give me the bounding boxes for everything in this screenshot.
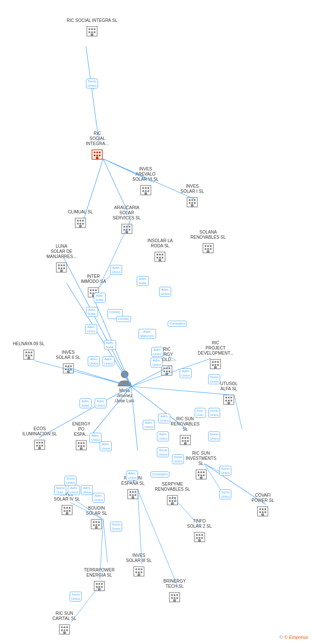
svg-rect-87	[162, 257, 163, 258]
badge-socio-unico-energy2[interactable]: SocioÚnic.	[54, 485, 66, 495]
svg-rect-156	[39, 442, 40, 444]
svg-rect-207	[66, 510, 68, 512]
svg-rect-249	[98, 588, 101, 591]
svg-rect-264	[66, 629, 68, 631]
svg-rect-245	[101, 583, 103, 585]
svg-rect-185	[200, 477, 203, 479]
badge-adm-solid-inter2[interactable]: Adm.Solid.	[86, 307, 98, 317]
badge-adm-unico-right[interactable]: Adm.Único	[159, 287, 171, 297]
node-boudin-solar: BOUDINSOLAR SL	[86, 506, 107, 531]
building-icon	[33, 437, 46, 451]
building-icon	[166, 493, 179, 507]
svg-rect-166	[78, 445, 80, 447]
svg-rect-131	[166, 368, 168, 369]
badge-adm-unico-inter[interactable]: Adm.Unico	[85, 324, 97, 334]
node-ric-social-integra-top: RIC SOCIAL INTEGRA SL	[67, 18, 117, 38]
svg-rect-120	[28, 357, 30, 359]
svg-rect-188	[132, 491, 134, 493]
badge-adm-unico-energy3[interactable]: Adm.Unico	[68, 485, 80, 495]
badge-adm-solid-inter1[interactable]: Adm.Solid.	[94, 293, 106, 303]
building-icon	[178, 433, 192, 447]
badge-adm-unico-center1[interactable]: Adm.Unico	[151, 347, 163, 357]
badge-adm-unico-bl[interactable]: Adm.Único	[92, 493, 104, 503]
svg-rect-102	[61, 267, 62, 269]
svg-rect-215	[95, 524, 97, 526]
svg-rect-158	[36, 445, 38, 447]
badge-socio-unico-utusol3[interactable]: SocioÚnico	[208, 408, 220, 418]
badge-adm-unico-energy4[interactable]: Adm.Unico	[81, 485, 93, 495]
svg-rect-78	[126, 229, 128, 231]
svg-rect-221	[264, 508, 266, 510]
svg-rect-182	[198, 474, 199, 476]
badge-socio-unico-terra[interactable]: SocioÚnico	[70, 592, 82, 601]
badge-socio-unico-inv1[interactable]: SocioÚnico	[219, 466, 231, 476]
svg-rect-200	[174, 500, 176, 502]
svg-rect-184	[203, 474, 205, 476]
svg-rect-99	[61, 264, 62, 266]
svg-rect-253	[176, 594, 178, 596]
svg-rect-142	[215, 364, 216, 366]
svg-rect-37	[89, 31, 90, 33]
svg-rect-82	[156, 254, 158, 255]
badge-socio-unico-utusol2[interactable]: Soc.Únic.	[195, 408, 206, 418]
badge-adm-unico-renovables[interactable]: Adm.Unico	[157, 431, 169, 441]
badge-socio-unico-utusol1[interactable]: SocioÚnico	[208, 374, 220, 384]
badge-adm-unico-left1[interactable]: Adm.Unico	[88, 356, 100, 366]
badge-adm-solid-1[interactable]: Adm.Solid.	[137, 276, 149, 286]
svg-rect-233	[198, 539, 201, 542]
svg-rect-247	[98, 586, 100, 588]
svg-rect-189	[135, 491, 136, 493]
svg-rect-38	[91, 31, 93, 33]
svg-rect-48	[96, 157, 98, 159]
building-icon	[168, 590, 181, 604]
svg-rect-107	[92, 289, 94, 291]
svg-rect-175	[184, 440, 186, 442]
svg-rect-199	[172, 500, 173, 502]
badge-consejero-2[interactable]: Consejero	[150, 471, 169, 477]
svg-rect-153	[227, 402, 230, 404]
badge-socio-unico-energy1[interactable]: SocioÚnico	[64, 476, 77, 486]
node-ric-sun-investments: RIC SUNINVESTMENTSSL	[186, 451, 216, 481]
building-icon	[89, 517, 103, 531]
svg-rect-240	[141, 571, 142, 573]
svg-rect-231	[199, 537, 200, 539]
svg-rect-212	[95, 521, 97, 523]
badge-socio-unico-renovables2[interactable]: SocioÚnico	[172, 454, 184, 464]
badge-socio-unico-inv2[interactable]: SocioÚnico	[219, 489, 231, 499]
badge-adm-unico-ric-energy[interactable]: Adm.Unico	[180, 368, 192, 378]
badge-adm-unico-main[interactable]: Adm.Unico	[150, 358, 163, 368]
svg-rect-95	[210, 248, 212, 250]
badge-adm-unico-left2[interactable]: Adm.Unico	[102, 356, 114, 366]
svg-rect-255	[174, 597, 175, 599]
badge-adm-mancom[interactable]: Adm.Mancom.	[138, 329, 156, 339]
badge-consej2[interactable]: Consej.	[116, 316, 131, 322]
badge-adm-solid-person[interactable]: Adm.Solid.	[80, 398, 92, 408]
badge-adm-unico-energy1[interactable]: Adm.Unico	[89, 433, 101, 443]
badge-adm-unico-person[interactable]: Adm.Unico	[95, 398, 107, 408]
badge-socio-unico-boudin[interactable]: SocioÚnico	[110, 522, 122, 532]
badge-adm-unico-energy2[interactable]: Adm.Unico	[100, 441, 112, 451]
watermark: © © Empresa	[279, 635, 308, 640]
badge-adm-unico-utusol[interactable]: Adm.Unico	[158, 413, 170, 423]
svg-rect-80	[126, 231, 128, 234]
badge-consejero-1[interactable]: Consejero	[168, 321, 187, 327]
node-inves-solar-iii: INVESSOLAR III SL	[126, 553, 152, 578]
svg-rect-243	[96, 583, 98, 585]
svg-rect-229	[201, 534, 203, 536]
badge-adm-unico-inv[interactable]: Adm.Unico	[126, 471, 138, 480]
svg-rect-168	[83, 445, 85, 447]
building-icon	[22, 347, 36, 361]
svg-rect-117	[25, 355, 27, 356]
badge-adm-unico-center-ric[interactable]: Adm.Unico	[143, 420, 155, 430]
svg-rect-214	[93, 524, 95, 526]
svg-rect-205	[69, 507, 71, 509]
badge-adm-unico-araucaria[interactable]: Adm.Único	[110, 265, 122, 275]
badge-socio-unico-top[interactable]: SocioÚnico	[86, 79, 98, 88]
badge-socio-unico-utusol4[interactable]: SocioÚnico	[208, 431, 220, 441]
svg-rect-138	[212, 361, 214, 363]
badge-socio-unico-renovables1[interactable]: SocioÚnico	[157, 447, 169, 457]
badge-adm-solid-3[interactable]: Adm.Solid.	[104, 340, 116, 350]
svg-rect-148	[228, 397, 230, 398]
svg-rect-259	[61, 626, 63, 628]
node-inves-solar-i: INVESSOLAR I SL	[181, 184, 204, 209]
